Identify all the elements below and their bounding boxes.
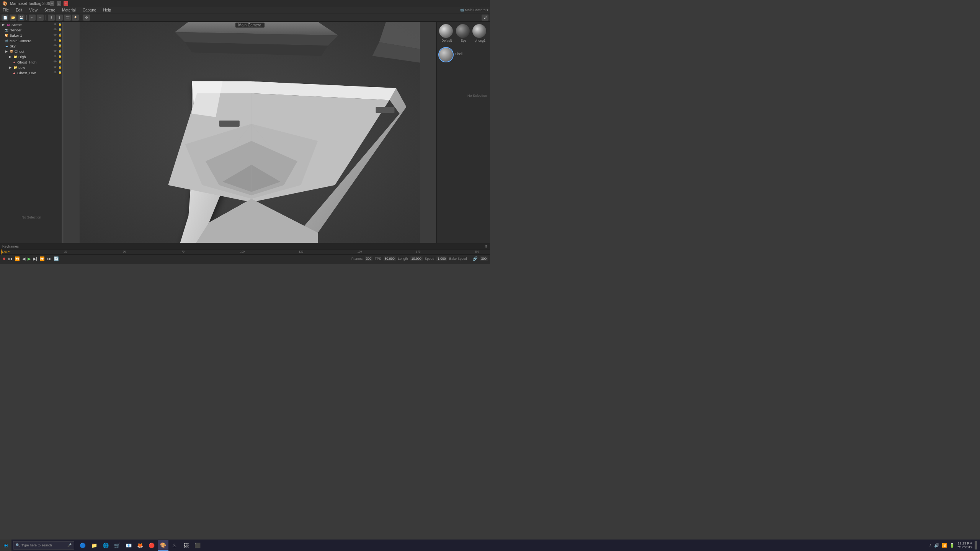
main-viewport[interactable]: Main Camera (63, 22, 436, 243)
sky-item-label: Sky (10, 44, 16, 48)
export-button[interactable]: ⬆ (56, 15, 63, 21)
material-panel: Default Eye phong1 Shell No Selection (436, 22, 490, 243)
ghost-low-icon: ▲ (12, 71, 16, 75)
new-button[interactable]: 📄 (2, 15, 8, 21)
close-button[interactable]: ✕ (64, 1, 68, 6)
paint-button[interactable]: 🖌 (482, 15, 488, 21)
timeline-resize-handle[interactable]: ⟰ (485, 245, 488, 248)
bake-button[interactable]: 🍳 (72, 15, 79, 21)
ghost-expand-icon: ▶ (5, 49, 8, 53)
low-item-label: Low (18, 65, 25, 70)
record-button[interactable]: ⏺ (2, 257, 6, 261)
timeline-ruler[interactable]: 1 25 50 75 100 125 150 175 200 0:00:01 (0, 249, 490, 255)
eye-icon-ghosthigh[interactable]: 👁 (54, 60, 57, 64)
material-sphere-default[interactable] (439, 24, 453, 38)
notch-left (219, 121, 239, 127)
eye-icon-high[interactable]: 👁 (54, 55, 57, 59)
maximize-button[interactable]: □ (57, 1, 61, 6)
redo-button[interactable]: ↪ (37, 15, 44, 21)
ruler-mark-75: 75 (181, 250, 185, 253)
scene-item-ghost-low[interactable]: ▲ Ghost_Low 👁 🔒 (0, 70, 63, 75)
ghost-item-label: Ghost (15, 49, 24, 54)
material-default-label: Default (439, 39, 454, 42)
camera-selector[interactable]: 📹 Main Camera ▾ (460, 8, 488, 12)
import-button[interactable]: ⬇ (48, 15, 55, 21)
render-button[interactable]: 🎬 (64, 15, 71, 21)
frames-value[interactable]: 300 (365, 256, 372, 261)
eye-icon-ghost[interactable]: 👁 (54, 49, 57, 53)
shell-material-label: Shell (455, 52, 462, 56)
window-controls[interactable]: ─ □ ✕ (50, 1, 68, 6)
ghost-low-label: Ghost_Low (17, 71, 36, 75)
minimize-button[interactable]: ─ (50, 1, 54, 6)
scene-hierarchy-panel: ▶ 🗂 Scene 👁 🔒 📷 Render 👁 🔒 🍞 Baker 1 👁 🔒 (0, 22, 63, 243)
eye-icon[interactable]: 👁 (54, 23, 57, 26)
scene-tree: ▶ 🗂 Scene 👁 🔒 📷 Render 👁 🔒 🍞 Baker 1 👁 🔒 (0, 22, 63, 226)
eye-icon-low[interactable]: 👁 (54, 65, 57, 69)
menu-view[interactable]: View (28, 8, 39, 12)
scene-item-label: Scene (11, 23, 22, 27)
material-sphere-phong1[interactable] (472, 24, 486, 38)
timeline-controls: ⏺ ⏮ ⏪ ◀ ▶ ▶| ⏩ ⏭ 🔄 Frames 300 FPS 30.000… (0, 255, 490, 262)
menu-file[interactable]: File (2, 8, 10, 12)
speed-label: Speed (425, 257, 434, 261)
menu-capture[interactable]: Capture (82, 8, 98, 12)
scene-item-high[interactable]: ▶ 📁 High 👁 🔒 (0, 54, 63, 59)
fps-label: FPS (375, 257, 381, 261)
panel-resize-handle[interactable] (62, 22, 63, 243)
settings-button[interactable]: ⚙ (83, 15, 90, 21)
menu-help[interactable]: Help (102, 8, 112, 12)
scene-item-main-camera[interactable]: 📹 Main Camera 👁 🔒 (0, 38, 63, 43)
material-eye-container: Eye (456, 24, 471, 42)
timeline-panel: Keyframes ⟰ 1 25 50 75 100 125 150 175 2… (0, 243, 490, 264)
next-frame-button[interactable]: ⏩ (39, 256, 45, 261)
length-value[interactable]: 10.000 (410, 256, 423, 261)
scene-item-ghost[interactable]: ▶ 📦 Ghost 👁 🔒 (0, 49, 63, 54)
eye-icon-baker[interactable]: 👁 (54, 33, 57, 37)
render-item-label: Render (10, 28, 21, 32)
toolbar-separator-1 (26, 15, 27, 20)
scene-folder-icon: 🗂 (7, 23, 10, 26)
ruler-mark-175: 175 (416, 250, 421, 253)
fps-value[interactable]: 30.000 (384, 256, 396, 261)
eye-icon-render[interactable]: 👁 (54, 28, 57, 32)
no-selection-right: No Selection (437, 91, 490, 243)
material-sphere-shell[interactable] (439, 48, 453, 62)
step-back-button[interactable]: ◀ (22, 256, 25, 261)
baker-icon: 🍞 (5, 33, 8, 37)
first-frame-button[interactable]: ⏮ (8, 256, 12, 261)
save-button[interactable]: 💾 (18, 15, 24, 21)
material-default-container: Default (439, 24, 454, 42)
menu-scene[interactable]: Scene (43, 8, 56, 12)
menu-material[interactable]: Material (61, 8, 77, 12)
scene-item-baker[interactable]: 🍞 Baker 1 👁 🔒 (0, 33, 63, 38)
eye-icon-sky[interactable]: 👁 (54, 44, 57, 48)
timeline-header: Keyframes ⟰ (0, 243, 490, 249)
speed-value[interactable]: 1.000 (436, 256, 447, 261)
low-folder-icon: 📁 (13, 65, 17, 69)
notch-right (376, 107, 395, 113)
material-sphere-eye[interactable] (456, 24, 470, 38)
scene-item-low[interactable]: ▶ 📁 Low 👁 🔒 (0, 65, 63, 70)
ghost-high-icon: ▲ (12, 60, 16, 64)
loop-button[interactable]: 🔄 (54, 256, 59, 261)
camera-icon: 📹 (5, 39, 8, 42)
eye-icon-ghostlow[interactable]: 👁 (54, 71, 57, 75)
3d-model-area (63, 22, 436, 243)
undo-button[interactable]: ↩ (29, 15, 36, 21)
step-fwd-button[interactable]: ▶| (33, 256, 37, 261)
scene-item-scene[interactable]: ▶ 🗂 Scene 👁 🔒 (0, 22, 63, 27)
last-frame-button[interactable]: ⏭ (47, 256, 51, 261)
toolbar: 📄 📂 💾 ↩ ↪ ⬇ ⬆ 🎬 🍳 ⚙ 🖌 (0, 13, 490, 22)
scene-item-render[interactable]: 📷 Render 👁 🔒 (0, 27, 63, 33)
end-frame-value[interactable]: 300 (480, 256, 488, 261)
play-button[interactable]: ▶ (28, 256, 31, 261)
open-button[interactable]: 📂 (10, 15, 16, 21)
scene-item-sky[interactable]: ☁ Sky 👁 🔒 (0, 43, 63, 49)
menu-edit[interactable]: Edit (15, 8, 23, 12)
eye-icon-camera[interactable]: 👁 (54, 39, 57, 42)
bake-speed-label: Bake Speed (449, 257, 467, 261)
scene-item-ghost-high[interactable]: ▲ Ghost_High 👁 🔒 (0, 59, 63, 65)
prev-frame-button[interactable]: ⏪ (15, 256, 20, 261)
keyframes-label: Keyframes (2, 245, 19, 248)
